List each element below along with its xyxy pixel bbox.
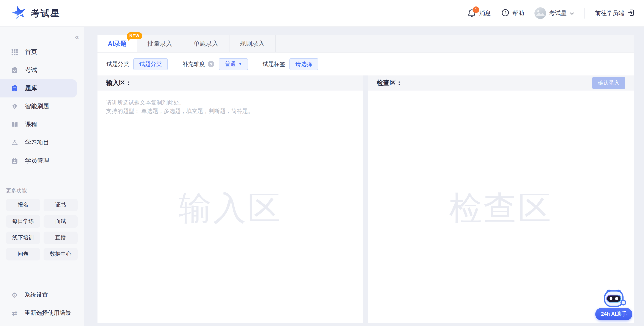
account-menu[interactable]: 考试星 bbox=[534, 7, 574, 19]
more-btn-registration[interactable]: 报名 bbox=[6, 199, 40, 211]
help-icon: ? bbox=[501, 8, 510, 18]
sidebar-item-label: 课程 bbox=[25, 121, 37, 128]
sidebar-item-student-management[interactable]: 学员管理 bbox=[0, 152, 77, 170]
entry-tabs: AI录题 NEW 批量录入 单题录入 规则录入 bbox=[98, 35, 634, 52]
more-btn-offline-training[interactable]: 线下培训 bbox=[6, 232, 40, 244]
tab-ai-entry[interactable]: AI录题 NEW bbox=[98, 35, 137, 52]
swap-arrows-icon: ⇄ bbox=[11, 309, 18, 317]
more-btn-questionnaire[interactable]: 问卷 bbox=[6, 248, 40, 260]
sidebar-item-smart-practice[interactable]: 智能刷题 bbox=[0, 98, 77, 116]
sidebar-item-home[interactable]: 首页 bbox=[0, 43, 77, 61]
robot-mascot-icon bbox=[601, 288, 626, 312]
tab-label: AI录题 bbox=[108, 40, 126, 48]
ai-assistant-widget[interactable]: 24h AI助手 bbox=[593, 288, 634, 320]
tags-select-button[interactable]: 请选择 bbox=[290, 58, 318, 70]
sidebar-item-courses[interactable]: 课程 bbox=[0, 116, 77, 134]
filter-bar: 试题分类 试题分类 补充难度 ? 普通 ▼ 试题标签 请选择 bbox=[98, 52, 634, 76]
more-btn-live[interactable]: 直播 bbox=[44, 232, 78, 244]
check-panel-title: 检查区： bbox=[376, 79, 402, 87]
star-logo-icon bbox=[11, 4, 27, 22]
check-panel: 检查区： 确认录入 检查区 bbox=[368, 76, 634, 323]
tab-label: 规则录入 bbox=[240, 40, 265, 48]
input-panel-header: 输入区： bbox=[98, 76, 363, 90]
system-settings-label: 系统设置 bbox=[24, 291, 48, 299]
pen-nib-icon bbox=[11, 103, 18, 110]
switch-scene-item[interactable]: ⇄ 重新选择使用场景 bbox=[0, 306, 84, 320]
account-name: 考试星 bbox=[549, 9, 566, 17]
input-panel-title: 输入区： bbox=[106, 79, 132, 87]
input-watermark: 输入区 bbox=[98, 186, 363, 231]
category-label: 试题分类 bbox=[106, 60, 129, 68]
more-btn-daily-practice[interactable]: 每日学练 bbox=[6, 215, 40, 228]
messages-label: 消息 bbox=[479, 9, 491, 17]
more-functions-label: 更多功能 bbox=[6, 187, 84, 194]
avatar bbox=[534, 7, 546, 19]
top-bar: 考试星 1 消息 ? bbox=[0, 0, 644, 27]
sidebar-item-learning-projects[interactable]: 学习项目 bbox=[0, 134, 77, 152]
input-placeholder-line2: 支持的题型： 单选题，多选题，填空题，判断题，简答题。 bbox=[106, 107, 354, 116]
sidebar-item-exams[interactable]: 考试 bbox=[0, 61, 77, 79]
sidebar: « 首页 考试 bbox=[0, 27, 84, 326]
confirm-entry-button[interactable]: 确认录入 bbox=[592, 77, 625, 89]
work-panels: 输入区： 请讲所选试题文本复制到此处。 支持的题型： 单选题，多选题，填空题，判… bbox=[98, 76, 634, 323]
header-divider bbox=[584, 8, 585, 18]
input-panel: 输入区： 请讲所选试题文本复制到此处。 支持的题型： 单选题，多选题，填空题，判… bbox=[98, 76, 363, 323]
tab-label: 单题录入 bbox=[194, 40, 218, 48]
exit-portal-icon bbox=[627, 8, 635, 18]
difficulty-help-icon[interactable]: ? bbox=[208, 61, 214, 67]
question-entry-card: AI录题 NEW 批量录入 单题录入 规则录入 试题分类 试题分类 bbox=[98, 35, 634, 323]
more-btn-data-center[interactable]: 数据中心 bbox=[44, 248, 78, 260]
portal-label: 前往学员端 bbox=[595, 9, 624, 17]
sidebar-item-label: 题库 bbox=[25, 84, 37, 92]
tab-batch-entry[interactable]: 批量录入 bbox=[137, 35, 183, 52]
brand-logo[interactable]: 考试星 bbox=[11, 4, 60, 22]
caret-down-icon: ▼ bbox=[238, 62, 242, 66]
sidebar-collapse-button[interactable]: « bbox=[0, 31, 84, 43]
svg-text:?: ? bbox=[504, 10, 506, 15]
sidebar-item-label: 首页 bbox=[25, 48, 37, 56]
tab-single-entry[interactable]: 单题录入 bbox=[183, 35, 229, 52]
gear-icon: ⚙ bbox=[11, 291, 18, 299]
difficulty-dropdown[interactable]: 普通 ▼ bbox=[219, 58, 248, 70]
home-grid-icon bbox=[11, 48, 18, 56]
chevron-down-icon bbox=[570, 10, 574, 16]
question-bank-icon bbox=[11, 84, 18, 92]
sidebar-item-label: 学习项目 bbox=[25, 139, 49, 146]
sidebar-item-label: 智能刷题 bbox=[25, 103, 49, 110]
more-functions-grid: 报名 证书 每日学练 面试 线下培训 直播 问卷 数据中心 bbox=[6, 199, 84, 260]
main-content: AI录题 NEW 批量录入 单题录入 规则录入 试题分类 试题分类 bbox=[84, 27, 644, 326]
check-watermark: 检查区 bbox=[368, 186, 634, 231]
sidebar-item-label: 学员管理 bbox=[25, 157, 49, 165]
category-select-button[interactable]: 试题分类 bbox=[133, 58, 168, 70]
bell-icon: 1 bbox=[467, 8, 476, 18]
exam-clipboard-icon bbox=[11, 66, 18, 74]
tags-label: 试题标签 bbox=[263, 60, 285, 68]
difficulty-label: 补充难度 bbox=[182, 60, 205, 68]
sidebar-item-label: 考试 bbox=[25, 66, 37, 74]
share-nodes-icon bbox=[11, 139, 18, 146]
sidebar-item-question-bank[interactable]: 题库 bbox=[0, 79, 77, 98]
messages-count-badge: 1 bbox=[473, 6, 479, 13]
tab-rule-entry[interactable]: 规则录入 bbox=[229, 35, 276, 52]
system-settings-item[interactable]: ⚙ 系统设置 bbox=[0, 288, 84, 302]
input-placeholder-line1: 请讲所选试题文本复制到此处。 bbox=[106, 98, 354, 107]
id-badge-icon bbox=[11, 157, 18, 165]
check-panel-header: 检查区： 确认录入 bbox=[368, 76, 634, 90]
more-btn-certificate[interactable]: 证书 bbox=[44, 199, 78, 211]
sidebar-bottom: ⚙ 系统设置 ⇄ 重新选择使用场景 bbox=[0, 288, 84, 326]
tab-label: 批量录入 bbox=[147, 40, 172, 48]
switch-scene-label: 重新选择使用场景 bbox=[24, 309, 71, 317]
help-button[interactable]: ? 帮助 bbox=[501, 8, 524, 18]
open-book-icon bbox=[11, 121, 18, 128]
difficulty-value: 普通 bbox=[225, 60, 236, 68]
student-portal-link[interactable]: 前往学员端 bbox=[595, 8, 635, 18]
help-label: 帮助 bbox=[512, 9, 524, 17]
more-btn-interview[interactable]: 面试 bbox=[44, 215, 78, 228]
brand-name: 考试星 bbox=[31, 7, 60, 19]
input-textarea[interactable]: 请讲所选试题文本复制到此处。 支持的题型： 单选题，多选题，填空题，判断题，简答… bbox=[98, 90, 363, 323]
messages-button[interactable]: 1 消息 bbox=[467, 8, 491, 18]
